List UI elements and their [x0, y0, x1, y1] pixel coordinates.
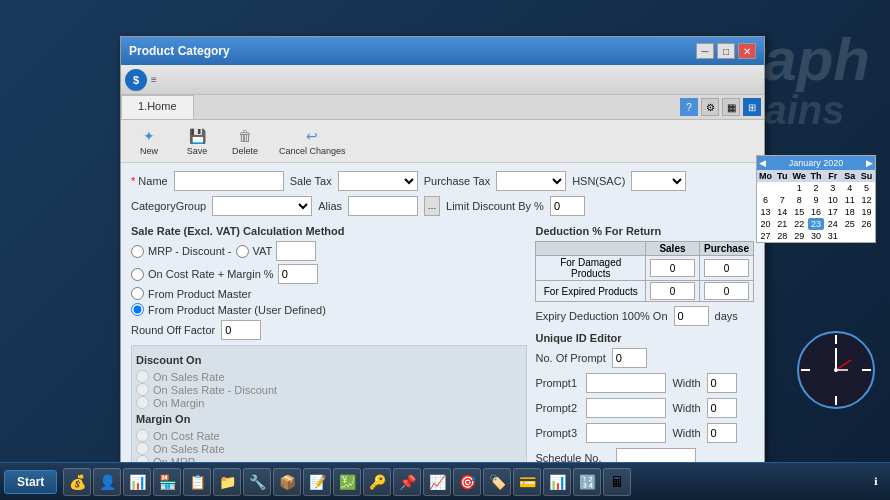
damaged-sales-input[interactable] [650, 259, 695, 277]
cal-date[interactable]: 12 [858, 194, 875, 206]
damaged-purchase-input[interactable] [704, 259, 749, 277]
taskbar-icon-9[interactable]: 📝 [303, 468, 331, 496]
cal-date[interactable]: 27 [757, 230, 774, 242]
taskbar-icon-17[interactable]: 📊 [543, 468, 571, 496]
cal-date[interactable]: 6 [757, 194, 774, 206]
alias-input[interactable] [348, 196, 418, 216]
radio-margin-cost[interactable] [136, 429, 149, 442]
taskbar-icon-3[interactable]: 📊 [123, 468, 151, 496]
cal-date[interactable]: 28 [774, 230, 791, 242]
radio-discount-sales[interactable] [136, 370, 149, 383]
radio-discount-margin[interactable] [136, 396, 149, 409]
cal-date[interactable]: 30 [808, 230, 825, 242]
prompt1-input[interactable] [586, 373, 666, 393]
tab-home[interactable]: 1.Home [121, 95, 194, 119]
cal-date[interactable] [774, 182, 791, 194]
cal-date[interactable]: 26 [858, 218, 875, 230]
nav-icon[interactable]: ⊞ [743, 98, 761, 116]
radio-from-master[interactable] [131, 287, 144, 300]
cancel-button[interactable]: ↩ Cancel Changes [273, 124, 352, 158]
cal-date[interactable]: 31 [824, 230, 841, 242]
prompt3-width-input[interactable] [707, 423, 737, 443]
cal-date[interactable]: 11 [841, 194, 858, 206]
cal-date[interactable]: 1 [791, 182, 808, 194]
close-button[interactable]: ✕ [738, 43, 756, 59]
limit-discount-input[interactable] [550, 196, 585, 216]
taskbar-icon-7[interactable]: 🔧 [243, 468, 271, 496]
cal-date[interactable]: 19 [858, 206, 875, 218]
taskbar-icon-8[interactable]: 📦 [273, 468, 301, 496]
category-group-select[interactable] [212, 196, 312, 216]
cal-date[interactable]: 5 [858, 182, 875, 194]
taskbar-icon-2[interactable]: 👤 [93, 468, 121, 496]
cal-date[interactable]: 9 [808, 194, 825, 206]
expiry-days-input[interactable] [674, 306, 709, 326]
radio-discount-sales-discount[interactable] [136, 383, 149, 396]
taskbar-icon-1[interactable]: 💰 [63, 468, 91, 496]
alias-button[interactable]: … [424, 196, 440, 216]
cal-date[interactable] [757, 182, 774, 194]
cal-date[interactable]: 16 [808, 206, 825, 218]
taskbar-icon-12[interactable]: 📌 [393, 468, 421, 496]
taskbar-icon-4[interactable]: 🏪 [153, 468, 181, 496]
expired-sales-input[interactable] [650, 282, 695, 300]
cal-date[interactable]: 3 [824, 182, 841, 194]
radio-vat[interactable] [236, 245, 249, 258]
taskbar-icon-18[interactable]: 🔢 [573, 468, 601, 496]
cal-date[interactable]: 2 [808, 182, 825, 194]
purchase-tax-select[interactable] [496, 171, 566, 191]
cal-date[interactable]: 22 [791, 218, 808, 230]
grid-icon[interactable]: ▦ [722, 98, 740, 116]
cal-date[interactable]: 29 [791, 230, 808, 242]
sale-tax-select[interactable] [338, 171, 418, 191]
radio-mrp[interactable] [131, 245, 144, 258]
cal-date[interactable]: 24 [824, 218, 841, 230]
prompt2-width-input[interactable] [707, 398, 737, 418]
cal-date[interactable]: 17 [824, 206, 841, 218]
prompt2-input[interactable] [586, 398, 666, 418]
delete-button[interactable]: 🗑 Delete [225, 124, 265, 158]
taskbar-icon-6[interactable]: 📁 [213, 468, 241, 496]
new-button[interactable]: ✦ New [129, 124, 169, 158]
taskbar-icon-19[interactable]: 🖩 [603, 468, 631, 496]
no-of-prompt-input[interactable] [612, 348, 647, 368]
cal-date[interactable]: 20 [757, 218, 774, 230]
round-off-input[interactable] [221, 320, 261, 340]
start-button[interactable]: Start [4, 470, 57, 494]
prompt1-width-input[interactable] [707, 373, 737, 393]
taskbar-icon-15[interactable]: 🏷️ [483, 468, 511, 496]
cal-date[interactable]: 21 [774, 218, 791, 230]
settings-icon[interactable]: ⚙ [701, 98, 719, 116]
cal-next-btn[interactable]: ▶ [866, 158, 873, 168]
cal-date[interactable]: 10 [824, 194, 841, 206]
cal-date[interactable]: 13 [757, 206, 774, 218]
maximize-button[interactable]: □ [717, 43, 735, 59]
cal-date[interactable]: 18 [841, 206, 858, 218]
cal-date[interactable]: 25 [841, 218, 858, 230]
mrp-value-input[interactable] [276, 241, 316, 261]
save-button[interactable]: 💾 Save [177, 124, 217, 158]
cal-date-today[interactable]: 23 [808, 218, 825, 230]
radio-margin-sales[interactable] [136, 442, 149, 455]
taskbar-icon-14[interactable]: 🎯 [453, 468, 481, 496]
taskbar-icon-5[interactable]: 📋 [183, 468, 211, 496]
taskbar-icon-10[interactable]: 💹 [333, 468, 361, 496]
radio-oncost[interactable] [131, 268, 144, 281]
hsn-select[interactable] [631, 171, 686, 191]
cal-date[interactable]: 4 [841, 182, 858, 194]
oncost-value-input[interactable] [278, 264, 318, 284]
expired-purchase-input[interactable] [704, 282, 749, 300]
taskbar-icon-16[interactable]: 💳 [513, 468, 541, 496]
cal-date[interactable]: 14 [774, 206, 791, 218]
minimize-button[interactable]: ─ [696, 43, 714, 59]
cal-date[interactable]: 7 [774, 194, 791, 206]
taskbar-icon-13[interactable]: 📈 [423, 468, 451, 496]
radio-from-master-user[interactable] [131, 303, 144, 316]
taskbar-icon-11[interactable]: 🔑 [363, 468, 391, 496]
cal-date[interactable]: 15 [791, 206, 808, 218]
prompt3-input[interactable] [586, 423, 666, 443]
help-icon[interactable]: ? [680, 98, 698, 116]
cal-date[interactable]: 8 [791, 194, 808, 206]
cal-prev-btn[interactable]: ◀ [759, 158, 766, 168]
name-input[interactable] [174, 171, 284, 191]
